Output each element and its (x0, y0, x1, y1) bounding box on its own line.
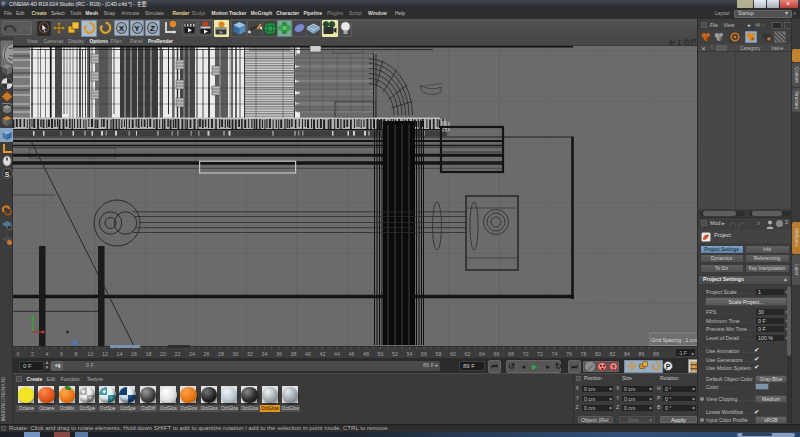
svg-text:38: 38 (291, 351, 297, 357)
svg-text:78: 78 (581, 351, 587, 357)
svg-text:62: 62 (465, 351, 471, 357)
svg-text:20: 20 (160, 351, 166, 357)
svg-text:30: 30 (233, 351, 239, 357)
svg-text:64: 64 (479, 351, 485, 357)
svg-text:48: 48 (363, 351, 369, 357)
svg-text:40: 40 (305, 351, 311, 357)
svg-text:84: 84 (624, 351, 630, 357)
svg-text:36: 36 (276, 351, 282, 357)
svg-text:54: 54 (407, 351, 413, 357)
svg-text:68: 68 (508, 351, 514, 357)
svg-text:24: 24 (189, 351, 195, 357)
svg-text:14: 14 (117, 351, 123, 357)
svg-text:82: 82 (610, 351, 616, 357)
svg-text:26: 26 (204, 351, 210, 357)
svg-text:0: 0 (17, 351, 20, 357)
svg-text:10: 10 (88, 351, 94, 357)
svg-text:66: 66 (494, 351, 500, 357)
svg-text:6: 6 (60, 351, 63, 357)
svg-text:42: 42 (320, 351, 326, 357)
svg-text:74: 74 (552, 351, 558, 357)
svg-text:12: 12 (102, 351, 108, 357)
svg-text:18: 18 (146, 351, 152, 357)
svg-text:16: 16 (131, 351, 137, 357)
svg-text:34: 34 (262, 351, 268, 357)
svg-text:50: 50 (378, 351, 384, 357)
svg-text:56: 56 (421, 351, 427, 357)
svg-text:Grid Spacing : 1 cm: Grid Spacing : 1 cm (651, 337, 697, 343)
svg-text:32: 32 (247, 351, 253, 357)
svg-text:4: 4 (46, 351, 49, 357)
svg-text:58: 58 (436, 351, 442, 357)
svg-text:2: 2 (31, 351, 34, 357)
svg-text:8: 8 (75, 351, 78, 357)
svg-text:22: 22 (175, 351, 181, 357)
svg-text:46: 46 (349, 351, 355, 357)
svg-text:60: 60 (450, 351, 456, 357)
svg-text:88: 88 (653, 351, 659, 357)
svg-text:28: 28 (218, 351, 224, 357)
svg-text:76: 76 (566, 351, 572, 357)
svg-text:70: 70 (523, 351, 529, 357)
svg-text:80: 80 (595, 351, 601, 357)
svg-text:86: 86 (639, 351, 645, 357)
svg-text:52: 52 (392, 351, 398, 357)
svg-text:72: 72 (537, 351, 543, 357)
svg-text:44: 44 (334, 351, 340, 357)
